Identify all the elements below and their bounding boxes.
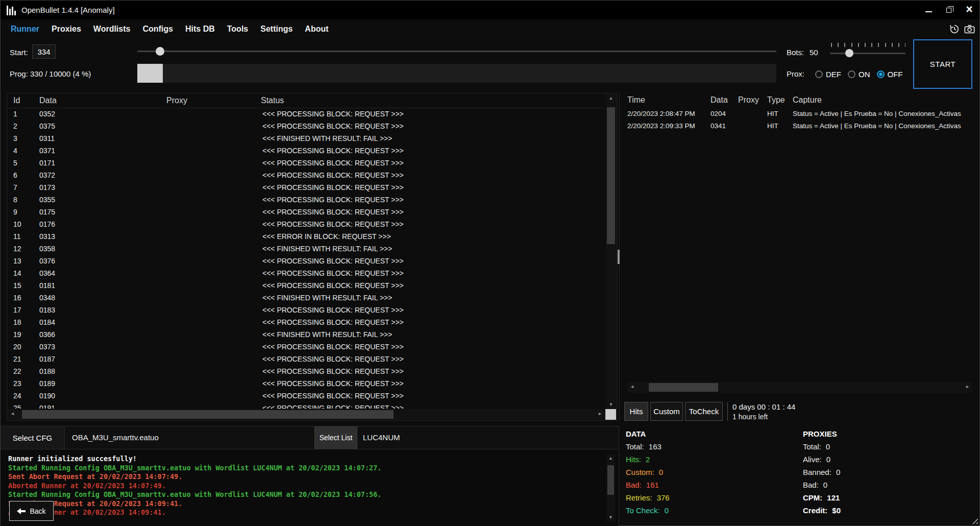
tab-hits[interactable]: Hits [624, 402, 648, 421]
table-row[interactable]: 10352<<< PROCESSING BLOCK: REQUEST >>> [7, 108, 605, 121]
stat-value: 161 [646, 481, 659, 489]
table-row[interactable]: 120358<<< FINISHED WITH RESULT: FAIL >>> [7, 243, 605, 255]
tab-tocheck[interactable]: ToCheck [685, 402, 723, 421]
select-config-button[interactable]: Select CFG [1, 426, 65, 449]
hit-row[interactable]: 2/20/2023 2:08:47 PM0204HITStatus = Acti… [622, 108, 974, 120]
back-button[interactable]: Back [9, 501, 54, 521]
config-bar: Select CFG OBA_M3U_smarttv.eatuo Select … [1, 426, 619, 449]
table-row[interactable]: 30311<<< FINISHED WITH RESULT: FAIL >>> [7, 133, 605, 145]
menu-item-configs[interactable]: Configs [136, 25, 179, 34]
splitter-handle[interactable] [618, 250, 620, 264]
table-row[interactable]: 130376<<< PROCESSING BLOCK: REQUEST >>> [7, 255, 605, 268]
table-row[interactable]: 180184<<< PROCESSING BLOCK: REQUEST >>> [7, 317, 605, 329]
progress-label: Prog: 330 / 10000 (4 %) [10, 69, 91, 78]
scroll-right-icon[interactable] [965, 384, 970, 389]
log-line: Runner initialized succesfully! [8, 455, 601, 464]
tab-custom[interactable]: Custom [650, 402, 683, 421]
screenshot-camera-icon[interactable] [964, 23, 975, 35]
column-header-time[interactable]: Time [627, 95, 645, 105]
table-row[interactable]: 50171<<< PROCESSING BLOCK: REQUEST >>> [7, 157, 605, 170]
column-header-status[interactable]: Status [261, 96, 284, 105]
bots-slider[interactable] [830, 43, 905, 60]
maximize-button[interactable] [939, 1, 959, 19]
proxies-stats-title: PROXIES [803, 429, 841, 438]
column-header-id[interactable]: Id [13, 96, 20, 105]
start-position-slider[interactable] [137, 44, 776, 59]
data-stats: DATA Total:163Hits:2Custom:0Bad:161Retri… [626, 429, 670, 519]
table-row[interactable]: 170183<<< PROCESSING BLOCK: REQUEST >>> [7, 304, 605, 317]
stat-label: Total: [626, 442, 644, 451]
scroll-down-icon[interactable] [606, 515, 615, 520]
start-position-input[interactable] [32, 44, 56, 59]
start-runner-button[interactable]: START [913, 39, 972, 89]
table-row[interactable]: 230189<<< PROCESSING BLOCK: REQUEST >>> [7, 378, 605, 390]
hit-row[interactable]: 2/20/2023 2:09:33 PM0341HITStatus = Acti… [622, 120, 974, 132]
table-row[interactable]: 70173<<< PROCESSING BLOCK: REQUEST >>> [7, 182, 605, 194]
scroll-up-icon[interactable] [606, 456, 615, 461]
stat-label: To Check: [626, 506, 660, 515]
slider-track [830, 53, 905, 54]
table-row[interactable]: 210187<<< PROCESSING BLOCK: REQUEST >>> [7, 353, 605, 366]
table-row[interactable]: 100176<<< PROCESSING BLOCK: REQUEST >>> [7, 219, 605, 231]
table-row[interactable]: 140364<<< PROCESSING BLOCK: REQUEST >>> [7, 268, 605, 280]
scroll-down-icon[interactable] [606, 402, 616, 407]
close-button[interactable]: × [959, 1, 979, 19]
menu-item-wordlists[interactable]: Wordlists [87, 25, 137, 34]
minimize-button[interactable] [918, 1, 939, 19]
hits-horizontal-scrollbar[interactable] [627, 382, 972, 393]
radio-label: DEF [826, 70, 841, 79]
menu-item-proxies[interactable]: Proxies [45, 25, 87, 34]
log-scrollbar[interactable] [606, 454, 615, 521]
menu-item-runner[interactable]: Runner [5, 25, 45, 34]
menubar: RunnerProxiesWordlistsConfigsHits DBTool… [1, 19, 979, 39]
proxies-stat-bad: Bad:0 [803, 481, 841, 493]
table-row[interactable]: 80355<<< PROCESSING BLOCK: REQUEST >>> [7, 194, 605, 206]
data-stat-tocheck: To Check:0 [626, 506, 670, 519]
table-row[interactable]: 240190<<< PROCESSING BLOCK: REQUEST >>> [7, 390, 605, 402]
menu-item-settings[interactable]: Settings [254, 25, 299, 34]
bots-slider-handle[interactable] [845, 49, 853, 57]
table-row[interactable]: 160348<<< FINISHED WITH RESULT: FAIL >>> [7, 292, 605, 304]
table-row[interactable]: 110313<<< ERROR IN BLOCK: REQUEST >>> [7, 231, 605, 243]
table-row[interactable]: 20375<<< PROCESSING BLOCK: REQUEST >>> [7, 121, 605, 133]
prox-radio-def[interactable]: DEF [815, 70, 841, 79]
table-row[interactable]: 250191<<< PROCESSING BLOCK: REQUEST >>> [7, 402, 605, 409]
scrollbar-thumb[interactable] [607, 107, 615, 244]
history-icon[interactable] [949, 23, 960, 35]
table-row[interactable]: 150181<<< PROCESSING BLOCK: REQUEST >>> [7, 280, 605, 292]
scrollbar-thumb[interactable] [22, 410, 394, 419]
scroll-left-icon[interactable] [630, 384, 634, 389]
results-horizontal-scrollbar[interactable] [8, 409, 605, 420]
back-arrow-icon [17, 508, 26, 514]
table-row[interactable]: 60372<<< PROCESSING BLOCK: REQUEST >>> [7, 170, 605, 182]
table-row[interactable]: 220188<<< PROCESSING BLOCK: REQUEST >>> [7, 366, 605, 378]
results-table: Id Data Proxy Status 10352<<< PROCESSING… [7, 93, 617, 421]
scrollbar-thumb[interactable] [649, 383, 718, 392]
scroll-left-icon[interactable] [10, 411, 15, 416]
column-header-type[interactable]: Type [767, 95, 785, 105]
start-slider-handle[interactable] [156, 47, 164, 56]
table-row[interactable]: 190366<<< FINISHED WITH RESULT: FAIL >>> [7, 329, 605, 341]
stat-label: Bad: [626, 481, 642, 489]
prox-radio-off[interactable]: OFF [877, 70, 903, 79]
scroll-up-icon[interactable] [606, 95, 616, 101]
scroll-right-icon[interactable] [598, 411, 602, 416]
table-row[interactable]: 90175<<< PROCESSING BLOCK: REQUEST >>> [7, 206, 605, 219]
table-row[interactable]: 200373<<< PROCESSING BLOCK: REQUEST >>> [7, 341, 605, 353]
results-rows: 10352<<< PROCESSING BLOCK: REQUEST >>>20… [7, 108, 605, 409]
prox-radio-on[interactable]: ON [848, 70, 870, 79]
table-row[interactable]: 40371<<< PROCESSING BLOCK: REQUEST >>> [7, 145, 605, 157]
column-header-capture[interactable]: Capture [793, 95, 822, 105]
select-wordlist-button[interactable]: Select List [314, 426, 357, 449]
slider-track [137, 51, 776, 52]
column-header-proxy[interactable]: Proxy [738, 95, 759, 105]
menu-item-about[interactable]: About [299, 25, 334, 34]
scrollbar-thumb[interactable] [607, 465, 614, 495]
stat-value: $0 [832, 506, 841, 515]
menu-item-tools[interactable]: Tools [221, 25, 254, 34]
column-header-data[interactable]: Data [710, 95, 728, 105]
menu-item-hits-db[interactable]: Hits DB [179, 25, 221, 34]
column-header-data[interactable]: Data [39, 96, 57, 105]
results-vertical-scrollbar[interactable] [606, 94, 616, 409]
column-header-proxy[interactable]: Proxy [166, 96, 187, 105]
